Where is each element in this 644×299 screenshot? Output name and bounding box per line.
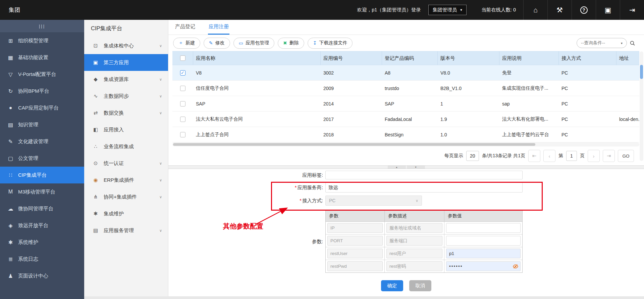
bottom-scrollbar-track[interactable] xyxy=(84,296,644,299)
document-icon: ▢ xyxy=(7,155,14,162)
horizontal-scrollbar-track[interactable] xyxy=(172,142,639,146)
submenu-item-health-check[interactable]: ⊡集成体检中心∨ xyxy=(84,37,168,54)
access-mode-select[interactable]: PC ∨ xyxy=(325,196,422,206)
cancel-button[interactable]: 取消 xyxy=(409,280,431,291)
page-input[interactable] xyxy=(566,151,577,161)
go-button[interactable]: GO xyxy=(618,150,634,162)
sidebar-item-cap[interactable]: ●CAP应用定制平台 xyxy=(0,99,84,116)
sidebar-item-vportal[interactable]: ▽V-Portal配置平台 xyxy=(0,66,84,83)
tab-app-registration[interactable]: 应用注册 xyxy=(208,20,229,35)
sidebar-item-open-platform[interactable]: ◈致远开放平台 xyxy=(0,217,84,234)
app-package-button[interactable]: ▭应用包管理 xyxy=(233,38,274,49)
param-value-restuser-input[interactable] xyxy=(446,249,521,258)
sidebar-collapse-button[interactable]: ||| xyxy=(0,20,84,32)
row-checkbox[interactable] xyxy=(180,132,185,137)
chevron-down-icon: ∨ xyxy=(159,178,162,182)
submenu-item-data-exchange[interactable]: ⇄数据交换∨ xyxy=(84,104,168,121)
cell-app-code: 2017 xyxy=(321,112,382,127)
sidebar-item-logs[interactable]: ≣系统日志 xyxy=(0,251,84,267)
last-page-button[interactable]: ⇥ xyxy=(603,150,615,162)
row-checkbox[interactable] xyxy=(180,70,185,76)
delete-button[interactable]: ✖删除 xyxy=(278,38,304,49)
submenu-item-erp-plugin[interactable]: ◉ERP集成插件∨ xyxy=(84,172,168,188)
sidebar-item-micro-collab[interactable]: ☁微协同管理平台 xyxy=(0,200,84,217)
first-page-button[interactable]: ⇤ xyxy=(528,150,540,162)
table-row[interactable]: SAP 2014 SAP 1 sap PC xyxy=(172,96,639,112)
edit-button[interactable]: ✎修改 xyxy=(204,38,230,49)
bpm-icon: ↻ xyxy=(7,88,14,94)
new-button[interactable]: ＋新建 xyxy=(173,38,200,49)
horizontal-scrollbar-thumb[interactable] xyxy=(173,143,535,146)
search-button[interactable] xyxy=(630,40,635,46)
password-visibility-toggle[interactable] xyxy=(513,264,518,269)
logout-button[interactable]: ⇥ xyxy=(620,0,644,20)
wrench-icon: ⚒ xyxy=(556,6,563,14)
per-page-input[interactable] xyxy=(466,151,479,161)
cell-addr xyxy=(616,96,639,111)
help-button[interactable]: ? xyxy=(572,0,596,20)
query-condition-dropdown[interactable]: --查询条件-- ▾ xyxy=(577,38,627,48)
submenu-item-integration-maintenance[interactable]: ✱集成维护 xyxy=(84,205,168,222)
table-row[interactable]: V8 3002 A8 V8.0 免登 PC xyxy=(172,65,639,81)
app-tag-input[interactable] xyxy=(325,171,523,179)
sidebar-item-bpm[interactable]: ↻协同BPM平台 xyxy=(0,83,84,99)
vertical-scrollbar-track[interactable] xyxy=(640,51,643,161)
access-mode-label-text: 接入方式: xyxy=(302,198,323,203)
row-checkbox[interactable] xyxy=(180,101,185,106)
sidebar-item-basic-settings[interactable]: ▦基础功能设置 xyxy=(0,49,84,66)
submenu-item-master-data-sync[interactable]: ∿主数据同步∨ xyxy=(84,88,168,104)
submenu-item-process-integration[interactable]: ∴业务流程集成 xyxy=(84,138,168,155)
param-value-ip-input[interactable] xyxy=(446,223,521,233)
page-label-pre: 第 xyxy=(558,153,563,159)
online-count: 当前在线人数: 0 xyxy=(474,7,523,13)
sidebar-item-org-model[interactable]: ⊞组织模型管理 xyxy=(0,32,84,49)
contacts-button[interactable]: ▣ xyxy=(596,0,620,20)
submenu-item-collab-plugin[interactable]: ⋔协同+集成插件∨ xyxy=(84,188,168,205)
param-value-restpwd-input[interactable]: •••••• xyxy=(446,261,521,271)
param-desc-restpwd xyxy=(386,261,442,271)
param-value-port-input[interactable] xyxy=(446,236,521,246)
sidebar-item-label: 致远开放平台 xyxy=(18,222,48,229)
splitter-down-button[interactable]: ▼ xyxy=(407,166,425,169)
sidebar-item-cip[interactable]: ∷CIP集成平台 xyxy=(0,167,84,183)
table-row[interactable]: 法大大私有云电子合同 2017 FadadaLocal 1.9 法大大私有化部署… xyxy=(172,112,639,127)
sidebar-item-knowledge[interactable]: ▤知识管理 xyxy=(0,116,84,133)
role-dropdown-value: 集团管理员 xyxy=(433,7,457,13)
submenu-item-label: 统一认证 xyxy=(104,160,124,167)
primary-sidebar: ||| ⊞组织模型管理 ▦基础功能设置 ▽V-Portal配置平台 ↻协同BPM… xyxy=(0,20,84,299)
submenu-item-unified-auth[interactable]: ⊙统一认证∨ xyxy=(84,155,168,172)
tab-product-registration[interactable]: 产品登记 xyxy=(174,20,196,35)
sidebar-item-official-doc[interactable]: ▢公文管理 xyxy=(0,150,84,167)
home-button[interactable]: ⌂ xyxy=(523,0,547,20)
sidebar-item-page-design[interactable]: ♟页面设计中心 xyxy=(0,267,84,284)
select-all-checkbox[interactable] xyxy=(180,55,185,61)
submenu-item-label: 业务流程集成 xyxy=(104,143,134,150)
submenu-item-third-party-app[interactable]: ▣第三方应用 xyxy=(84,54,168,71)
table-row[interactable]: 上上签点子合同 2018 BestSign 1.0 上上签电子签约云平台 PC xyxy=(172,127,639,142)
download-connection-file-button[interactable]: ↧下载连接文件 xyxy=(308,38,353,49)
cell-access: PC xyxy=(559,81,616,96)
vportal-icon: ▽ xyxy=(7,71,14,78)
submenu-item-app-access[interactable]: ◧应用接入 xyxy=(84,121,168,138)
splitter-up-button[interactable]: ▲ xyxy=(388,166,406,169)
panel-splitter[interactable]: ▲ ▼ xyxy=(168,165,644,169)
vendor-input[interactable] xyxy=(325,182,523,193)
header-version: 版本号 xyxy=(438,51,499,65)
sidebar-item-maintenance[interactable]: ✱系统维护 xyxy=(0,234,84,251)
required-mark: * xyxy=(295,185,297,190)
submenu-item-app-service-mgmt[interactable]: ▤应用服务管理∨ xyxy=(84,222,168,239)
row-checkbox[interactable] xyxy=(180,86,185,91)
tools-button[interactable]: ⚒ xyxy=(547,0,572,20)
table-row[interactable]: 信任度电子合同 2009 trustdo B2B_V1.0 集成实现信任度电子.… xyxy=(172,81,639,96)
prev-page-button[interactable]: ‹ xyxy=(543,150,555,162)
row-checkbox[interactable] xyxy=(180,117,185,122)
submenu-item-resource-library[interactable]: ◆集成资源库∨ xyxy=(84,71,168,88)
sidebar-item-m3[interactable]: MM3移动管理平台 xyxy=(0,183,84,200)
vertical-scrollbar-thumb[interactable] xyxy=(640,65,643,79)
confirm-button[interactable]: 确定 xyxy=(381,280,403,291)
next-page-button[interactable]: › xyxy=(588,150,600,162)
monitor-icon: ▭ xyxy=(239,40,243,46)
cell-app-code: 3002 xyxy=(321,65,382,80)
role-dropdown[interactable]: 集团管理员 ▾ xyxy=(428,5,467,15)
sidebar-item-culture[interactable]: ✎文化建设管理 xyxy=(0,133,84,150)
